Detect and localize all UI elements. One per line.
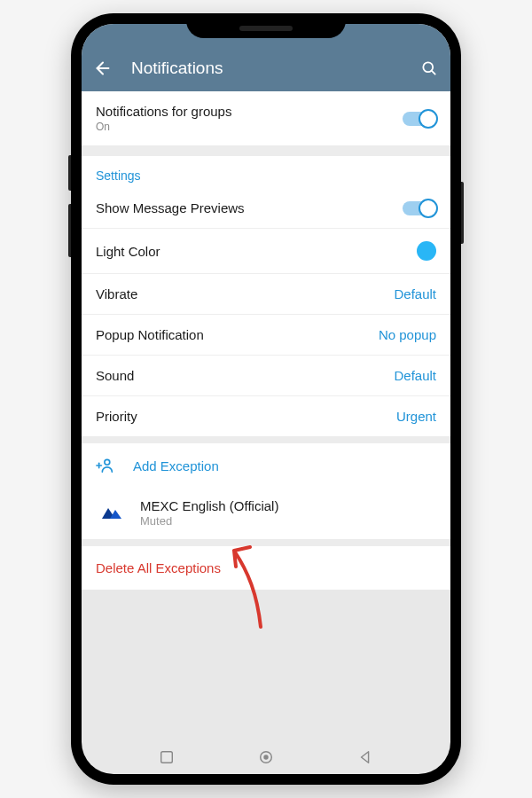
vibrate-row[interactable]: Vibrate Default (82, 274, 450, 315)
add-exception-label: Add Exception (133, 458, 219, 473)
row-label: Light Color (96, 244, 160, 259)
groups-toggle[interactable] (403, 112, 436, 126)
priority-row[interactable]: Priority Urgent (82, 396, 450, 436)
row-sublabel: On (96, 121, 231, 133)
nav-recent-button[interactable] (159, 749, 175, 765)
notifications-for-groups-row[interactable]: Notifications for groups On (82, 91, 450, 145)
android-nav-bar (82, 740, 450, 774)
svg-point-3 (105, 459, 110, 465)
delete-all-exceptions-button[interactable]: Delete All Exceptions (82, 546, 450, 590)
row-label: Popup Notification (96, 327, 204, 342)
settings-section-header: Settings (82, 156, 450, 188)
exception-item[interactable]: MEXC English (Official) Muted (82, 488, 450, 539)
row-value: Default (394, 368, 436, 383)
previews-toggle[interactable] (403, 201, 436, 215)
svg-point-8 (263, 755, 268, 759)
row-label: Show Message Previews (96, 200, 245, 215)
phone-frame: Notifications Notifications for groups O… (71, 13, 461, 785)
light-color-indicator (417, 241, 436, 261)
screen: Notifications Notifications for groups O… (82, 24, 450, 774)
light-color-row[interactable]: Light Color (82, 229, 450, 274)
row-value: Urgent (396, 409, 436, 424)
sound-row[interactable]: Sound Default (82, 356, 450, 396)
show-previews-row[interactable]: Show Message Previews (82, 188, 450, 229)
row-value: Default (394, 286, 436, 301)
row-value: No popup (379, 327, 436, 342)
nav-back-button[interactable] (357, 749, 373, 765)
page-title: Notifications (131, 59, 419, 78)
app-header: Notifications (82, 45, 450, 91)
add-exception-button[interactable]: Add Exception (82, 443, 450, 488)
popup-row[interactable]: Popup Notification No popup (82, 315, 450, 356)
add-person-icon (96, 456, 115, 475)
search-button[interactable] (419, 58, 440, 79)
svg-line-2 (432, 71, 435, 74)
row-label: Priority (96, 409, 137, 424)
exception-avatar (96, 497, 128, 528)
row-label: Notifications for groups (96, 104, 231, 119)
row-label: Sound (96, 368, 134, 383)
exception-status: Muted (140, 514, 278, 528)
nav-home-button[interactable] (258, 749, 274, 765)
back-button[interactable] (92, 58, 113, 79)
svg-rect-6 (161, 752, 173, 763)
exception-name: MEXC English (Official) (140, 498, 278, 513)
row-label: Vibrate (96, 286, 137, 301)
